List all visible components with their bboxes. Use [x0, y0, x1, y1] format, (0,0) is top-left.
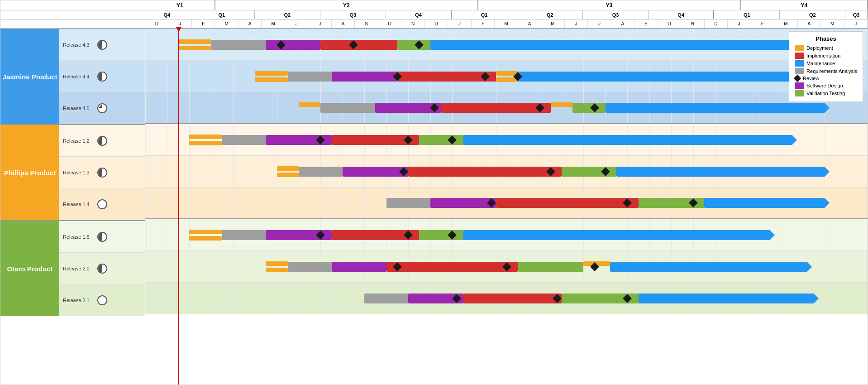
gantt-bar: [408, 167, 562, 177]
phillips-group: Phillips Product Release 1.2 Release 1.3…: [0, 125, 145, 221]
validation-label: Validation Testing: [806, 91, 845, 96]
jasmine-r45-label: Release 4.5: [63, 106, 95, 111]
legend-requirements: Requirements Analysis: [795, 68, 857, 74]
otero-r20-pie: [97, 264, 107, 274]
phillips-r13-row: Release 1.3: [59, 157, 145, 188]
maintenance-label: Maintenance: [806, 61, 835, 66]
gantt-bar: [189, 230, 222, 234]
gantt-bar: [463, 294, 562, 303]
month-4: A: [238, 19, 262, 28]
legend-deployment: Deployment: [795, 45, 857, 51]
gantt-bar: [189, 236, 222, 241]
otero-label: Otero Product: [0, 221, 59, 316]
jasmine-r43-row: Release 4.3: [59, 29, 145, 61]
month-25: J: [728, 19, 751, 28]
gantt-bar: [496, 198, 639, 208]
gantt-bar: [430, 198, 496, 208]
gantt-chart: Y1 Y2 Y3 Y4 Q4 Q1 Q2 Q3 Q4 Q1 Q2 Q3 Q4 Q…: [0, 0, 868, 385]
phillips-r14-pie: [97, 199, 107, 209]
gantt-bar: [277, 166, 299, 171]
jasmine-releases: Release 4.3 Release 4.4 Release 4.5: [59, 29, 145, 124]
month-28: A: [798, 19, 821, 28]
legend-software-design: Software Design: [795, 82, 857, 89]
otero-r15-pie: [97, 232, 107, 242]
gantt-bar: [386, 198, 430, 208]
gantt-row-0: [145, 29, 868, 61]
phillips-r14-label: Release 1.4: [63, 202, 95, 207]
month-27: M: [774, 19, 797, 28]
year-row: Y1 Y2 Y3 Y4: [0, 0, 868, 10]
month-2: F: [192, 19, 215, 28]
implementation-label: Implementation: [806, 53, 840, 58]
phillips-r12-label: Release 1.2: [63, 138, 95, 144]
gantt-row-2: [145, 92, 868, 124]
gantt-bar: [189, 135, 222, 139]
q-y4q2: Q2: [780, 10, 845, 19]
validation-swatch: [795, 90, 804, 96]
otero-releases: Release 1.5 Release 2.0 Release 2.1: [59, 221, 145, 316]
gantt-bar: [178, 39, 211, 44]
gantt-bar: [397, 40, 430, 50]
gantt-bar: [518, 72, 803, 82]
gantt-bar: [266, 268, 287, 272]
month-0: D: [145, 19, 168, 28]
gantt-bar: [518, 262, 583, 272]
gantt-bar: [616, 167, 825, 177]
gantt-bar: [255, 77, 288, 82]
phillips-r13-pie: [97, 168, 107, 178]
gantt-row-6: [145, 219, 868, 251]
q-y3q1: Q1: [452, 10, 517, 19]
gantt-bar: [606, 103, 825, 113]
otero-r21-pie: [97, 295, 107, 305]
q-y3q4: Q4: [649, 10, 714, 19]
year-y4: Y4: [741, 0, 868, 10]
month-20: A: [611, 19, 634, 28]
phillips-r13-label: Release 1.3: [63, 170, 95, 175]
gantt-bar: [572, 103, 606, 113]
gantt-bar: [266, 40, 320, 50]
legend-implementation: Implementation: [795, 53, 857, 59]
gantt-bar: [178, 46, 211, 50]
gantt-bar: [441, 103, 551, 113]
year-y2: Y2: [215, 0, 478, 10]
month-29: M: [821, 19, 844, 28]
month-19: J: [588, 19, 611, 28]
gantt-bar: [277, 173, 299, 177]
jasmine-r44-pie: [97, 72, 107, 82]
q-y2q1: Q1: [189, 10, 255, 19]
jasmine-r44-label: Release 4.4: [63, 74, 95, 79]
q-y4q3: Q3: [845, 10, 868, 19]
month-17: M: [541, 19, 564, 28]
phillips-r12-pie: [97, 136, 107, 146]
quarter-row: Q4 Q1 Q2 Q3 Q4 Q1 Q2 Q3 Q4 Q1 Q2 Q3: [0, 10, 868, 19]
body-section: Jasmine Product Release 4.3 Release 4.4 …: [0, 29, 868, 385]
otero-r20-label: Release 2.0: [63, 266, 95, 271]
phillips-label: Phillips Product: [0, 125, 59, 220]
gantt-bar: [364, 294, 408, 303]
gantt-row-7: [145, 251, 868, 283]
current-date-line: [178, 29, 179, 385]
month-16: A: [518, 19, 541, 28]
gantt-bar: [222, 230, 266, 240]
gantt-bar: [222, 135, 266, 145]
month-18: J: [565, 19, 588, 28]
q-y2q4: Q4: [386, 10, 452, 19]
deployment-swatch: [795, 45, 804, 51]
month-row: DJFMAMJJASONDJFMAMJJASONDJFMAMJ: [0, 19, 868, 29]
gantt-bar: [320, 103, 375, 113]
gantt-bar: [211, 40, 266, 50]
legend-validation: Validation Testing: [795, 90, 857, 96]
jasmine-r43-label: Release 4.3: [63, 42, 95, 48]
gantt-row-4: [145, 156, 868, 188]
month-11: N: [401, 19, 424, 28]
implementation-swatch: [795, 53, 804, 59]
header-section: Y1 Y2 Y3 Y4 Q4 Q1 Q2 Q3 Q4 Q1 Q2 Q3 Q4 Q…: [0, 0, 868, 29]
gantt-bar: [189, 141, 222, 145]
year-y1: Y1: [145, 0, 215, 10]
gantt-bar: [332, 262, 386, 272]
requirements-swatch: [795, 68, 804, 74]
jasmine-r45-pie: [97, 103, 107, 113]
otero-group: Otero Product Release 1.5 Release 2.0 Re…: [0, 221, 145, 316]
gantt-bar: [610, 262, 807, 272]
gantt-bar: [299, 167, 343, 177]
